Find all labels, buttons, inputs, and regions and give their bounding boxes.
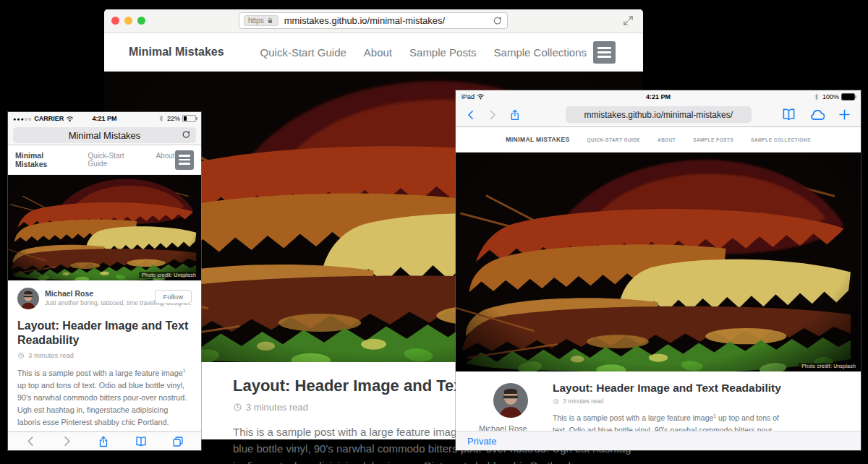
bookmarks-icon[interactable] — [135, 436, 147, 447]
nav-item-about[interactable]: ABOUT — [658, 137, 676, 142]
zoom-window-button[interactable] — [137, 17, 145, 25]
url-text: mmistakes.github.io/minimal-mistakes/ — [584, 110, 733, 120]
icloud-tabs-icon[interactable] — [809, 107, 825, 122]
ipad-status-bar: iPad 4:21 PM 100% — [456, 90, 861, 103]
feature-image: Photo credit: Unsplash — [456, 152, 861, 371]
https-label: https — [248, 17, 264, 25]
article-title: Layout: Header Image and Text Readabilit… — [17, 319, 192, 348]
clock-icon — [233, 403, 242, 412]
battery-icon — [182, 115, 196, 122]
private-button[interactable]: Private — [467, 436, 496, 447]
ipad-toolbar: mmistakes.github.io/minimal-mistakes/ — [456, 103, 861, 127]
tabs-icon[interactable] — [172, 436, 184, 447]
read-time: 3 minutes read — [563, 398, 603, 405]
url-text[interactable]: mmistakes.github.io/minimal-mistakes/ — [284, 15, 493, 26]
iphone-safari-window: ●●●○○ CARRIER 4:21 PM 22% Minimal Mistak… — [8, 112, 201, 450]
photo-credit: Photo credit: Unsplash — [799, 363, 859, 369]
photo-credit: Photo credit: Unsplash — [139, 272, 199, 278]
clock-icon — [17, 352, 25, 359]
private-browsing-bar: Private — [456, 431, 861, 450]
reload-button[interactable] — [182, 130, 191, 139]
read-time: 3 minutes read — [28, 351, 74, 359]
iphone-address-bar[interactable]: Minimal Mistakes — [13, 127, 196, 143]
battery-icon — [841, 93, 855, 100]
nav-item-quick-start-guide[interactable]: Quick-Start Guide — [260, 46, 346, 59]
nav-item-sample-posts[interactable]: SAMPLE POSTS — [693, 137, 733, 142]
article: Michael Rose Just another boring, tattoo… — [8, 280, 201, 450]
ipad-safari-window: iPad 4:21 PM 100% mmistakes.github.io/mi… — [456, 90, 861, 450]
feature-image: Photo credit: Unsplash — [8, 175, 201, 280]
share-icon[interactable] — [98, 436, 109, 447]
bookmarks-icon[interactable] — [782, 108, 796, 121]
forward-button[interactable] — [61, 436, 72, 447]
menu-toggle-button[interactable] — [593, 41, 616, 64]
iphone-status-bar: ●●●○○ CARRIER 4:21 PM 22% — [8, 112, 201, 125]
window-controls[interactable] — [111, 17, 145, 25]
iphone-url-row: Minimal Mistakes — [8, 125, 201, 145]
nav-item-sample-posts[interactable]: Sample Posts — [409, 46, 477, 59]
follow-button[interactable]: Follow — [155, 290, 192, 304]
site-title-link[interactable]: Minimal Mistakes — [15, 151, 77, 168]
site-masthead: Minimal Mistakes Quick-Start Guide About… — [104, 33, 643, 72]
nav-item-sample-collections[interactable]: Sample Collections — [494, 46, 587, 59]
site-masthead: MINIMAL MISTAKES QUICK-START GUIDE ABOUT… — [456, 127, 861, 152]
ipad-address-bar[interactable]: mmistakes.github.io/minimal-mistakes/ — [566, 106, 752, 123]
battery-percent: 22% — [167, 115, 180, 122]
fullscreen-icon[interactable] — [623, 15, 634, 26]
close-window-button[interactable] — [111, 17, 119, 25]
back-button[interactable] — [25, 436, 36, 447]
battery-percent: 100% — [822, 93, 839, 100]
page-title: Minimal Mistakes — [69, 130, 141, 141]
bluetooth-icon — [813, 93, 820, 100]
site-nav: Quick-Start Guide About Sample Posts Sam… — [260, 46, 587, 59]
bluetooth-icon — [158, 115, 165, 122]
minimize-window-button[interactable] — [124, 17, 132, 25]
nav-item-quick-start-guide[interactable]: Quick-Start Guide — [88, 152, 144, 168]
site-title-link[interactable]: Minimal Mistakes — [129, 46, 224, 59]
reload-button[interactable] — [493, 16, 503, 26]
back-button[interactable] — [466, 109, 476, 121]
site-nav: Quick-Start Guide About — [88, 152, 175, 168]
avatar — [493, 383, 528, 418]
nav-item-quick-start-guide[interactable]: QUICK-START GUIDE — [587, 137, 640, 142]
article-meta: 3 minutes read — [17, 351, 192, 359]
site-masthead: Minimal Mistakes Quick-Start Guide About — [8, 145, 201, 175]
nav-item-sample-collections[interactable]: SAMPLE COLLECTIONS — [751, 137, 811, 142]
article-title: Layout: Header Image and Text Readabilit… — [553, 382, 846, 395]
new-tab-icon[interactable] — [838, 108, 851, 121]
share-icon[interactable] — [509, 108, 521, 121]
address-bar[interactable]: https mmistakes.github.io/minimal-mistak… — [239, 12, 508, 29]
status-time: 4:21 PM — [456, 93, 861, 100]
nav-item-about[interactable]: About — [156, 152, 174, 168]
clock-icon — [553, 398, 559, 405]
author-profile: Michael Rose Just another boring, tattoo… — [17, 288, 192, 309]
site-title-link[interactable]: MINIMAL MISTAKES — [506, 136, 569, 143]
avatar — [17, 288, 39, 309]
iphone-bottom-toolbar — [8, 431, 201, 450]
lock-icon — [266, 17, 274, 25]
forward-button[interactable] — [488, 109, 498, 121]
browser-chrome: https mmistakes.github.io/minimal-mistak… — [104, 9, 643, 33]
nav-item-about[interactable]: About — [364, 46, 392, 59]
article-meta: 3 minutes read — [553, 398, 846, 405]
https-badge: https — [244, 15, 278, 26]
menu-toggle-button[interactable] — [175, 150, 194, 170]
read-time: 3 minutes read — [246, 402, 308, 413]
